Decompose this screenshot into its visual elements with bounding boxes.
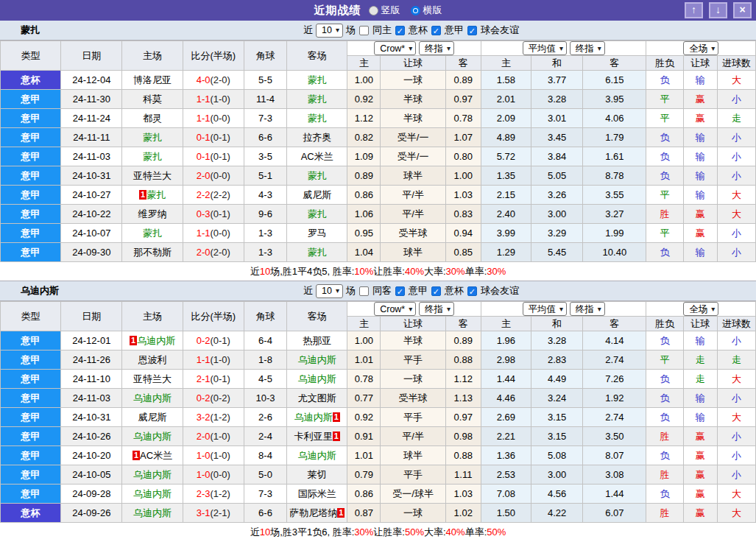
- away-team-name: 乌迪内斯: [294, 412, 333, 423]
- date-cell: 24-11-24: [61, 109, 122, 128]
- half-time-score: (1-0): [210, 450, 230, 461]
- match-count-select[interactable]: 10▾: [316, 24, 343, 38]
- avg-away-cell: 3.27: [583, 205, 646, 224]
- scope-select[interactable]: 全场▾: [683, 41, 718, 55]
- away-team-cell: 乌迪内斯1: [287, 408, 347, 427]
- full-time-score: 4-0: [197, 74, 211, 85]
- home-team-cell: 乌迪内斯: [122, 485, 183, 504]
- away-team-cell: 威尼斯: [287, 186, 347, 205]
- col-header-score: 比分(半场): [183, 302, 244, 331]
- avg-draw-cell: 3.26: [531, 186, 583, 205]
- match-row: 意甲24-10-07蒙扎1-1(0-0)1-3罗马0.95受半球0.943.99…: [1, 224, 756, 243]
- score-cell: 0-2(0-1): [183, 331, 244, 350]
- goals-result-cell: 小: [717, 389, 755, 408]
- league-checkbox-意甲[interactable]: ✓: [431, 26, 441, 35]
- league-checkbox-球会友谊[interactable]: ✓: [467, 26, 477, 35]
- avg-header-cell: 平均值▾ 终指▾: [481, 302, 646, 317]
- match-result-cell: 负: [646, 485, 683, 504]
- handicap-result-cell: 赢: [683, 224, 717, 243]
- away-team-cell: 乌迪内斯: [287, 446, 347, 465]
- odds-time-select[interactable]: 终指▾: [419, 302, 454, 316]
- summary-text: 10%: [354, 266, 373, 277]
- score-cell: 1-0(1-0): [183, 446, 244, 465]
- home-odds-cell: 0.86: [347, 186, 381, 205]
- avg-away-cell: 6.07: [583, 504, 646, 523]
- away-team-name: 蒙扎: [308, 247, 327, 258]
- layout-radio-竖版[interactable]: 竖版: [369, 4, 400, 17]
- league-checkbox-球会友谊[interactable]: ✓: [467, 286, 477, 296]
- home-team-name: AC米兰: [140, 450, 172, 461]
- avg-time-select[interactable]: 终指▾: [570, 302, 605, 316]
- date-cell: 24-10-05: [61, 465, 122, 485]
- avg-source-select[interactable]: 平均值▾: [523, 302, 568, 316]
- scope-header-cell: 全场▾: [646, 41, 756, 56]
- avg-away-cell: 1.44: [583, 485, 646, 504]
- away-odds-cell: 0.98: [445, 427, 481, 446]
- full-time-score: 0-3: [197, 208, 211, 219]
- close-button[interactable]: ×: [733, 2, 752, 18]
- same-venue-checkbox[interactable]: [359, 286, 369, 296]
- type-cell: 意甲: [1, 389, 61, 408]
- avg-source-select[interactable]: 平均值▾: [523, 41, 568, 55]
- odds-time-select[interactable]: 终指▾: [419, 41, 454, 55]
- full-time-score: 2-0: [197, 170, 211, 181]
- col-header-handicap-result: 让球: [683, 56, 717, 71]
- handicap-result-cell: 赢: [683, 109, 717, 128]
- avg-away-cell: 7.26: [583, 370, 646, 389]
- avg-home-cell: 1.35: [481, 166, 531, 186]
- date-cell: 24-11-03: [61, 389, 122, 408]
- same-venue-checkbox[interactable]: [359, 26, 369, 35]
- red-card-badge: 1: [130, 336, 137, 345]
- home-team-cell: 亚特兰大: [122, 166, 183, 186]
- full-time-score: 2-0: [197, 247, 211, 258]
- col-header-avg-home: 主: [481, 56, 531, 71]
- match-count-select[interactable]: 10▾: [316, 284, 343, 298]
- goals-result-cell: 大: [717, 71, 755, 90]
- full-time-score: 1-1: [197, 354, 211, 365]
- home-team-name: 蒙扎: [143, 228, 162, 239]
- match-result-cell: 负: [646, 370, 683, 389]
- match-row: 意甲24-12-011乌迪内斯0-2(0-1)6-4热那亚1.00半球0.891…: [1, 331, 756, 350]
- home-team-name: 乌迪内斯: [133, 392, 172, 404]
- handicap-result-cell: 走: [683, 350, 717, 370]
- handicap-result-cell: 赢: [683, 427, 717, 446]
- scroll-up-button[interactable]: ↑: [685, 2, 703, 18]
- odds-company-select[interactable]: Crow*▾: [374, 302, 416, 316]
- type-cell: 意甲: [1, 408, 61, 427]
- match-result-cell: 负: [646, 408, 683, 427]
- away-team-cell: 萨勒尼塔纳1: [287, 504, 347, 523]
- summary-text: 场,胜1平4负5, 胜率:: [270, 265, 354, 278]
- league-checkbox-意杯[interactable]: ✓: [395, 26, 405, 35]
- scope-select[interactable]: 全场▾: [683, 302, 718, 316]
- page-title: 近期战绩: [314, 4, 361, 18]
- col-header-away: 客场: [287, 41, 347, 71]
- away-odds-cell: 1.03: [445, 186, 481, 205]
- half-time-score: (0-0): [210, 469, 230, 480]
- avg-away-cell: 1.99: [583, 224, 646, 243]
- corner-cell: 1-8: [244, 350, 286, 370]
- goals-result-cell: 小: [717, 243, 755, 262]
- goals-result-cell: 大: [717, 186, 755, 205]
- same-venue-label: 同客: [372, 284, 392, 297]
- same-venue-label: 同主: [372, 24, 392, 37]
- league-checkbox-意杯[interactable]: ✓: [431, 286, 441, 296]
- scroll-down-button[interactable]: ↓: [709, 2, 727, 18]
- odds-company-select[interactable]: Crow*▾: [374, 41, 416, 55]
- handicap-cell: 一球: [381, 370, 445, 389]
- half-time-score: (1-2): [210, 488, 230, 499]
- home-team-cell: 蒙扎: [122, 224, 183, 243]
- away-odds-cell: 1.07: [445, 128, 481, 147]
- league-label: 意杯: [409, 24, 428, 37]
- match-row: 意甲24-10-31威尼斯3-2(1-2)2-6乌迪内斯10.92平手0.972…: [1, 408, 756, 427]
- league-checkbox-意甲[interactable]: ✓: [395, 286, 405, 296]
- layout-radio-横版[interactable]: 横版: [411, 4, 442, 17]
- type-cell: 意甲: [1, 128, 61, 147]
- match-result-cell: 负: [646, 147, 683, 166]
- avg-home-cell: 2.21: [481, 427, 531, 446]
- half-time-score: (1-0): [210, 431, 230, 442]
- match-row: 意甲24-10-271蒙扎2-2(2-2)4-3威尼斯0.86平/半1.032.…: [1, 186, 756, 205]
- home-team-cell: 蒙扎: [122, 147, 183, 166]
- summary-text: 大率:: [424, 265, 446, 278]
- home-team-name: 乌迪内斯: [137, 335, 175, 346]
- avg-time-select[interactable]: 终指▾: [570, 41, 605, 55]
